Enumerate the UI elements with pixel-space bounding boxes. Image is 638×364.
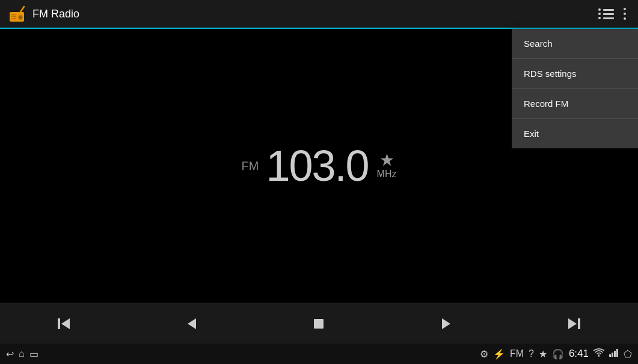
svg-rect-3 <box>11 16 16 17</box>
dropdown-menu: Search RDS settings Record FM Exit <box>512 29 638 148</box>
prev-button[interactable] <box>171 309 212 338</box>
svg-point-6 <box>19 16 22 19</box>
more-options-button[interactable] <box>619 3 631 25</box>
topbar: FM Radio <box>0 0 638 29</box>
statusbar-left: ↩ ⌂ ▭ <box>6 348 38 360</box>
settings-icon: ⚙ <box>480 348 488 360</box>
svg-rect-16 <box>614 351 616 357</box>
svg-rect-13 <box>578 318 580 329</box>
star-mhz-container: ★ MHz <box>377 152 397 180</box>
help-icon: ? <box>529 348 534 359</box>
menu-item-search[interactable]: Search <box>512 29 638 59</box>
playback-controls <box>0 303 638 344</box>
next-button[interactable] <box>426 309 467 338</box>
svg-rect-4 <box>11 18 16 19</box>
clock: 6:41 <box>569 348 589 360</box>
svg-marker-9 <box>188 318 196 329</box>
favorite-star-icon[interactable]: ★ <box>379 152 394 169</box>
statusbar: ↩ ⌂ ▭ ⚙ ⚡ FM ? ★ 🎧 6:41 <box>0 344 638 364</box>
svg-rect-2 <box>11 14 16 16</box>
svg-rect-17 <box>616 349 618 357</box>
menu-item-rds-settings[interactable]: RDS settings <box>512 59 638 89</box>
svg-rect-10 <box>314 319 324 329</box>
svg-rect-7 <box>58 318 60 329</box>
usb-icon: ⚡ <box>493 348 505 360</box>
home-icon[interactable]: ⌂ <box>19 348 25 359</box>
svg-marker-11 <box>442 318 450 329</box>
signal-icon <box>609 348 619 359</box>
list-view-button[interactable] <box>594 4 619 24</box>
recents-icon[interactable]: ▭ <box>29 348 38 360</box>
app-icon <box>7 4 26 23</box>
svg-marker-8 <box>61 318 70 329</box>
next-station-button[interactable] <box>554 309 595 338</box>
frequency-value: 103.0 <box>266 141 368 190</box>
bluetooth-icon: ⬠ <box>624 348 632 360</box>
stop-button[interactable] <box>298 309 339 338</box>
headphone-icon: 🎧 <box>552 348 564 360</box>
frequency-display: FM 103.0 ★ MHz <box>242 141 397 190</box>
prev-station-button[interactable] <box>43 309 84 338</box>
svg-rect-14 <box>609 354 611 357</box>
wifi-icon <box>594 348 604 359</box>
fm-label: FM <box>242 159 259 173</box>
svg-rect-15 <box>612 353 613 357</box>
mhz-label: MHz <box>377 169 397 180</box>
menu-item-record-fm[interactable]: Record FM <box>512 89 638 119</box>
app-title: FM Radio <box>32 8 594 20</box>
svg-marker-12 <box>568 318 577 329</box>
fm-status-label: FM <box>510 348 524 359</box>
back-icon[interactable]: ↩ <box>6 348 14 360</box>
menu-item-exit[interactable]: Exit <box>512 119 638 148</box>
svg-line-1 <box>20 7 24 12</box>
statusbar-right: ⚙ ⚡ FM ? ★ 🎧 6:41 <box>480 348 632 360</box>
star-status-icon: ★ <box>539 348 547 360</box>
